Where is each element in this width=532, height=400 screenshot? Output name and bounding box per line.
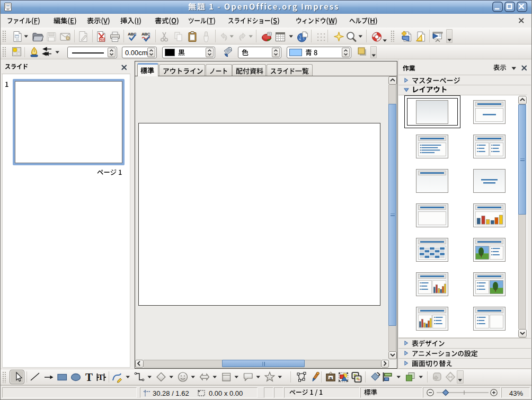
svg-text:%: %	[268, 32, 271, 35]
svg-text:PDF: PDF	[99, 38, 105, 41]
svg-text:ABC: ABC	[141, 32, 150, 37]
svg-text:T: T	[85, 371, 93, 384]
svg-text:a: a	[330, 376, 332, 380]
